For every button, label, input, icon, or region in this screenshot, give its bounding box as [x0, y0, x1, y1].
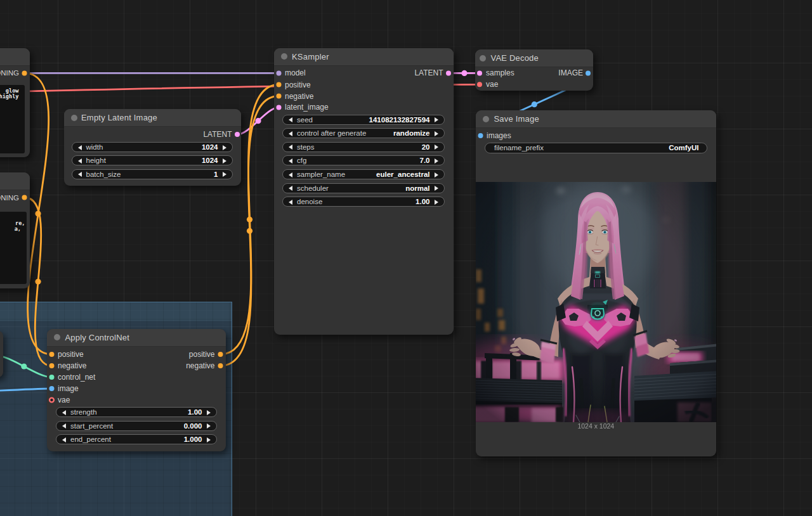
generated-image-preview[interactable] [476, 182, 716, 422]
widget-start-percent[interactable]: start_percent 0.000 [56, 421, 217, 431]
decrement-arrow-icon[interactable] [78, 172, 82, 177]
widget-steps[interactable]: steps 20 [282, 142, 445, 152]
decrement-arrow-icon[interactable] [289, 186, 292, 191]
linkdot[interactable] [255, 118, 261, 124]
widget-value: 1024 [202, 156, 218, 165]
input-label-vae: vae [58, 396, 70, 404]
widget-batch-size[interactable]: batch_size 1 [72, 169, 233, 179]
input-label-latent-image: latent_image [285, 103, 329, 112]
increment-arrow-icon[interactable] [223, 145, 226, 150]
node-ksampler[interactable]: KSampler model positive negative latent_… [274, 48, 454, 335]
increment-arrow-icon[interactable] [435, 186, 438, 191]
increment-arrow-icon[interactable] [223, 172, 226, 177]
wire-latent-empty-to-ksampler[interactable] [237, 107, 279, 134]
widget-name: sampler_name [297, 170, 345, 179]
node-clip-text-encode-positive[interactable]: CONDITIONING glow highly [0, 48, 30, 158]
collapse-dot-icon[interactable] [480, 55, 486, 61]
increment-arrow-icon[interactable] [207, 423, 211, 429]
widget-name: end_percent [70, 435, 111, 444]
linkdot[interactable] [35, 210, 41, 216]
widget-control-after-generate[interactable]: control after generate randomize [282, 128, 445, 138]
increment-arrow-icon[interactable] [223, 158, 226, 164]
widget-name: seed [297, 115, 313, 124]
increment-arrow-icon[interactable] [435, 200, 438, 205]
widget-sampler-name[interactable]: sampler_name euler_ancestral [282, 169, 445, 179]
widget-value: 1024 [202, 143, 218, 152]
increment-arrow-icon[interactable] [207, 410, 211, 415]
increment-arrow-icon[interactable] [435, 172, 438, 177]
node-title: Save Image [494, 110, 539, 127]
collapse-dot-icon[interactable] [281, 53, 287, 60]
widget-strength[interactable]: strength 1.00 [56, 407, 217, 417]
decrement-arrow-icon[interactable] [289, 131, 292, 136]
prompt-textarea[interactable]: re, a, [0, 212, 27, 284]
widget-denoise[interactable]: denoise 1.00 [282, 197, 445, 207]
input-label-positive: positive [285, 81, 311, 89]
node-title-bar[interactable] [0, 48, 30, 66]
increment-arrow-icon[interactable] [435, 145, 438, 150]
linkdot[interactable] [461, 70, 467, 76]
node-save-image[interactable]: Save Image images filename_prefix ComfyU… [476, 110, 716, 456]
widget-value: 1.000 [184, 435, 202, 444]
linkdot[interactable] [247, 217, 252, 223]
decrement-arrow-icon[interactable] [289, 145, 292, 150]
node-empty-latent-image[interactable]: Empty Latent Image LATENT width 1024 hei… [64, 109, 241, 186]
node-clip-text-encode-negative[interactable]: CONDITIONING re, a, [0, 172, 30, 288]
widget-end-percent[interactable]: end_percent 1.000 [56, 434, 217, 444]
widget-name: cfg [297, 156, 306, 165]
node-vae-decode[interactable]: VAE Decode samples vae IMAGE [475, 49, 593, 91]
decrement-arrow-icon[interactable] [289, 117, 292, 122]
input-label-vae: vae [486, 80, 498, 89]
output-label-latent: LATENT [414, 68, 443, 77]
widget-value: euler_ancestral [376, 170, 429, 179]
output-label-image: IMAGE [558, 68, 583, 77]
input-label-positive: positive [58, 350, 84, 359]
linkdot[interactable] [532, 101, 537, 107]
increment-arrow-icon[interactable] [435, 131, 438, 136]
node-title: KSampler [292, 48, 329, 65]
widget-seed[interactable]: seed 141082132827594 [282, 115, 445, 125]
widget-value: 1.00 [188, 408, 202, 416]
widget-name: steps [297, 143, 315, 152]
collapse-dot-icon[interactable] [483, 116, 489, 122]
increment-arrow-icon[interactable] [435, 117, 438, 122]
linkdot[interactable] [35, 279, 41, 285]
decrement-arrow-icon[interactable] [78, 158, 82, 164]
widget-height[interactable]: height 1024 [72, 155, 233, 165]
prompt-textarea[interactable]: glow highly [0, 85, 25, 154]
widget-filename-prefix[interactable]: filename_prefix ComfyUI [485, 143, 707, 153]
widget-width[interactable]: width 1024 [72, 142, 233, 152]
image-size-caption: 1024 x 1024 [476, 422, 716, 430]
node-title-bar[interactable] [0, 172, 30, 190]
collapse-dot-icon[interactable] [54, 334, 60, 340]
output-label-conditioning: CONDITIONING [0, 193, 19, 202]
widget-value: 1 [214, 170, 218, 179]
widget-value: 0.000 [184, 422, 202, 430]
widget-name: strength [70, 408, 97, 416]
widget-cfg[interactable]: cfg 7.0 [282, 155, 445, 165]
decrement-arrow-icon[interactable] [289, 158, 292, 164]
decrement-arrow-icon[interactable] [62, 423, 66, 429]
comfyui-canvas[interactable]: { "app": "ComfyUI node graph", "colors":… [0, 0, 812, 516]
decrement-arrow-icon[interactable] [62, 437, 66, 442]
input-label-negative: negative [58, 361, 86, 370]
increment-arrow-icon[interactable] [207, 437, 211, 442]
decrement-arrow-icon[interactable] [62, 410, 66, 415]
output-label-negative: negative [186, 361, 214, 370]
node-clipped-left-fragment[interactable] [0, 331, 3, 377]
prompt-text-line: highly [0, 94, 19, 100]
node-apply-controlnet[interactable]: Apply ControlNet positive negative contr… [47, 329, 226, 452]
output-label-positive: positive [189, 350, 215, 359]
decrement-arrow-icon[interactable] [289, 172, 292, 177]
increment-arrow-icon[interactable] [435, 158, 438, 164]
group-title-bar[interactable] [0, 302, 232, 321]
decrement-arrow-icon[interactable] [78, 145, 82, 150]
widget-scheduler[interactable]: scheduler normal [282, 183, 445, 193]
input-label-control-net: control_net [58, 373, 95, 382]
cyberpunk-woman-artwork [476, 182, 716, 422]
linkdot[interactable] [247, 228, 252, 234]
prompt-text-line: a, [15, 226, 21, 232]
output-label-latent: LATENT [203, 130, 232, 139]
decrement-arrow-icon[interactable] [289, 200, 292, 205]
collapse-dot-icon[interactable] [71, 115, 77, 121]
